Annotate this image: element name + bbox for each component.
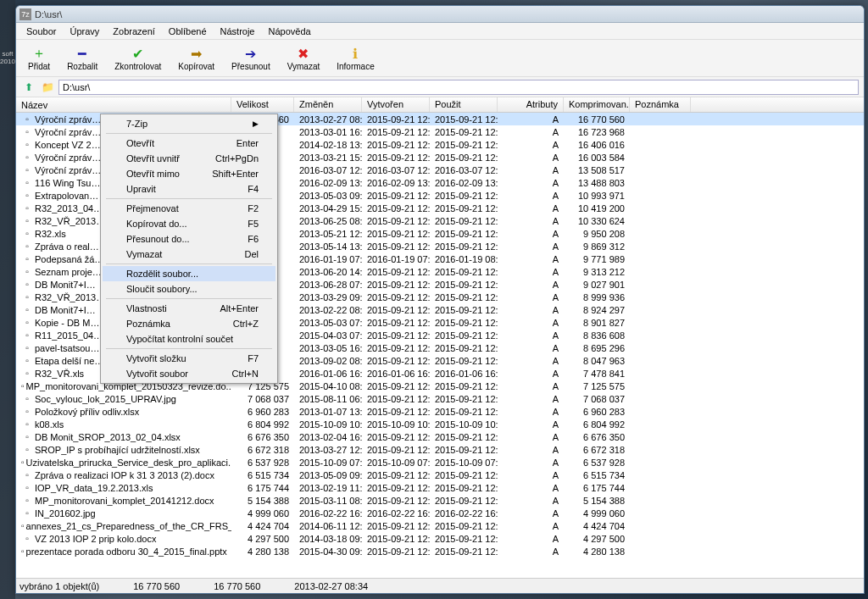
status-date: 2013-02-27 08:34 xyxy=(294,581,368,591)
menubar: SouborÚpravyZobrazeníOblíbenéNástrojeNáp… xyxy=(16,23,864,40)
context-rozd-lit-soubor-[interactable]: Rozdělit soubor... xyxy=(103,266,275,281)
context-separator xyxy=(106,263,272,264)
file-icon: ▫ xyxy=(21,470,33,480)
file-icon: ▫ xyxy=(21,140,33,150)
context-vytvo-it-slo-ku[interactable]: Vytvořit složkuF7 xyxy=(103,351,275,366)
menu-úpravy[interactable]: Úpravy xyxy=(63,25,106,38)
pathbar: ⬆ 📁 xyxy=(16,77,864,97)
status-size1: 16 770 560 xyxy=(133,581,180,591)
list-header[interactable]: Název Velikost Změněn Vytvořen Použit At… xyxy=(16,97,864,113)
up-icon[interactable]: ⬆ xyxy=(21,80,36,95)
file-icon: ▫ xyxy=(21,534,33,544)
toolbar-přesunout[interactable]: ➔Přesunout xyxy=(225,43,277,73)
col-modified[interactable]: Změněn xyxy=(294,97,362,112)
context-vytvo-it-soubor[interactable]: Vytvořit souborCtrl+N xyxy=(103,366,275,381)
context-pozn-mka[interactable]: PoznámkaCtrl+Z xyxy=(103,316,275,331)
context-otev-t-uvnit-[interactable]: Otevřít uvnitřCtrl+PgDn xyxy=(103,151,275,166)
table-row[interactable]: ▫IN_201602.jpg4 999 0602016-02-22 16:242… xyxy=(16,507,864,519)
table-row[interactable]: ▫Soc_vylouc_lok_2015_UPRAV.jpg7 068 0372… xyxy=(16,392,864,405)
menu-nástroje[interactable]: Nástroje xyxy=(214,25,262,38)
col-created[interactable]: Vytvořen xyxy=(362,97,430,112)
path-input[interactable] xyxy=(58,80,859,95)
file-icon: ▫ xyxy=(21,458,25,468)
table-row[interactable]: ▫DB Monit_SROP_2013_02_04.xlsx6 676 3502… xyxy=(16,430,864,443)
přidat-icon: ＋ xyxy=(31,45,47,62)
file-icon: ▫ xyxy=(21,165,33,175)
kopírovat-icon: ➡ xyxy=(188,45,205,62)
context-vymazat[interactable]: VymazatDel xyxy=(103,247,275,262)
toolbar-přidat[interactable]: ＋Přidat xyxy=(21,43,57,73)
context-otev-t-mimo[interactable]: Otevřít mimoShift+Enter xyxy=(103,166,275,181)
table-row[interactable]: ▫IOP_VR_data_19.2.2013.xls6 175 7442013-… xyxy=(16,481,864,494)
table-row[interactable]: ▫SROP_IP s probíhající udržitelností.xls… xyxy=(16,443,864,456)
status-selection: vybráno 1 objekt(ů) xyxy=(19,581,99,591)
table-row[interactable]: ▫k08.xls6 804 9922015-10-09 10:142015-10… xyxy=(16,418,864,430)
table-row[interactable]: ▫annexes_21_cs_Preparedness_of_the_CR_FR… xyxy=(16,519,864,532)
file-icon: ▫ xyxy=(21,343,33,353)
context-separator xyxy=(106,133,272,134)
statusbar: vybráno 1 objekt(ů) 16 770 560 16 770 56… xyxy=(16,578,864,593)
informace-icon: ℹ xyxy=(347,45,364,62)
file-icon: ▫ xyxy=(21,508,33,519)
file-icon: ▫ xyxy=(21,267,33,277)
file-icon: ▫ xyxy=(21,191,33,201)
context-vypo-tat-kontroln-sou-et[interactable]: Vypočítat kontrolní součet xyxy=(103,331,275,347)
file-icon: ▫ xyxy=(21,483,33,493)
table-row[interactable]: ▫Zpráva o realizaci IOP k 31 3 2013 (2).… xyxy=(16,469,864,481)
context-menu[interactable]: 7-Zip▶OtevřítEnterOtevřít uvnitřCtrl+PgD… xyxy=(100,114,278,384)
file-icon: ▫ xyxy=(21,318,33,328)
file-icon: ▫ xyxy=(21,254,33,264)
menu-soubor[interactable]: Soubor xyxy=(19,25,63,38)
col-accessed[interactable]: Použit xyxy=(430,97,498,112)
file-icon: ▫ xyxy=(21,381,25,391)
menu-nápověda[interactable]: Nápověda xyxy=(261,25,317,38)
menu-oblíbené[interactable]: Oblíbené xyxy=(162,25,214,38)
menu-zobrazení[interactable]: Zobrazení xyxy=(106,25,162,38)
table-row[interactable]: ▫MP_monitorovani_komplet_20141212.docx5 … xyxy=(16,494,864,507)
titlebar[interactable]: 7z D:\usr\ xyxy=(16,6,864,23)
table-row[interactable]: ▫Uzivatelska_prirucka_Service_desk_pro_a… xyxy=(16,456,864,469)
context-7-zip[interactable]: 7-Zip▶ xyxy=(103,116,275,131)
file-icon: ▫ xyxy=(21,153,33,163)
file-icon: ▫ xyxy=(21,229,33,239)
toolbar-zkontrolovat[interactable]: ✔Zkontrolovat xyxy=(108,43,168,73)
col-compressed[interactable]: Komprimovan... xyxy=(564,97,630,112)
toolbar: ＋Přidat━Rozbalit✔Zkontrolovat➡Kopírovat➔… xyxy=(16,40,864,77)
file-icon: ▫ xyxy=(21,407,33,417)
toolbar-vymazat[interactable]: ✖Vymazat xyxy=(281,43,327,73)
context-slou-it-soubory-[interactable]: Sloučit soubory... xyxy=(103,281,275,297)
toolbar-informace[interactable]: ℹInformace xyxy=(330,43,381,73)
table-row[interactable]: ▫prezentace porada odboru 30_4_2015_fina… xyxy=(16,545,864,557)
table-row[interactable]: ▫Položkový příliv odliv.xlsx6 960 283201… xyxy=(16,405,864,418)
col-attributes[interactable]: Atributy xyxy=(498,97,564,112)
file-icon: ▫ xyxy=(21,445,33,455)
table-row[interactable]: ▫VZ 2013 IOP 2 prip kolo.docx4 297 50020… xyxy=(16,532,864,545)
context-p-esunout-do-[interactable]: Přesunout do...F6 xyxy=(103,231,275,247)
context-separator xyxy=(106,298,272,299)
context-separator xyxy=(106,198,272,199)
context-kop-rovat-do-[interactable]: Kopírovat do...F5 xyxy=(103,216,275,231)
context-upravit[interactable]: UpravitF4 xyxy=(103,181,275,197)
col-size[interactable]: Velikost xyxy=(231,97,294,112)
context-p-ejmenovat[interactable]: PřejmenovatF2 xyxy=(103,201,275,216)
context-vlastnosti[interactable]: VlastnostiAlt+Enter xyxy=(103,301,275,316)
col-name[interactable]: Název xyxy=(16,97,231,112)
file-icon: ▫ xyxy=(21,114,33,125)
file-icon: ▫ xyxy=(21,178,33,188)
file-icon: ▫ xyxy=(21,432,33,442)
context-otev-t[interactable]: OtevřítEnter xyxy=(103,136,275,151)
toolbar-kopírovat[interactable]: ➡Kopírovat xyxy=(171,43,221,73)
file-icon: ▫ xyxy=(21,546,25,557)
folder-icon[interactable]: 📁 xyxy=(40,80,55,95)
col-note[interactable]: Poznámka xyxy=(630,97,691,112)
context-separator xyxy=(106,348,272,349)
file-icon: ▫ xyxy=(21,216,33,226)
přesunout-icon: ➔ xyxy=(242,45,259,62)
zkontrolovat-icon: ✔ xyxy=(130,45,147,62)
file-icon: ▫ xyxy=(21,241,33,252)
window-title: D:\usr\ xyxy=(35,9,62,19)
status-size2: 16 770 560 xyxy=(214,581,260,591)
file-icon: ▫ xyxy=(21,203,33,214)
app-icon: 7z xyxy=(19,8,31,20)
toolbar-rozbalit[interactable]: ━Rozbalit xyxy=(60,43,104,73)
